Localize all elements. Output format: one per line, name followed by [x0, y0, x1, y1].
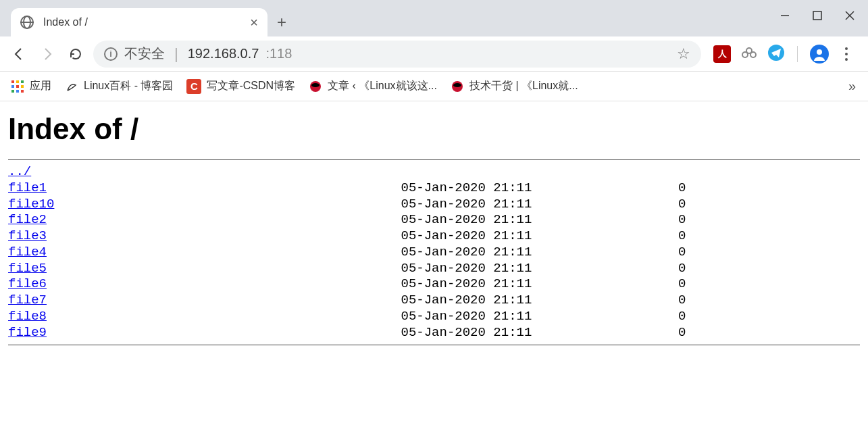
bookmark-label: 技术干货 | 《Linux就...: [469, 79, 578, 93]
profile-avatar[interactable]: [810, 45, 829, 64]
svg-point-21: [453, 83, 461, 87]
url-divider: |: [174, 45, 178, 63]
file-link[interactable]: file9: [8, 325, 47, 340]
url-host: 192.168.0.7: [188, 46, 259, 61]
tab-title: Index of /: [43, 16, 88, 28]
file-link[interactable]: file7: [8, 293, 47, 307]
nav-forward-button[interactable]: [36, 43, 58, 65]
svg-rect-15: [11, 90, 14, 93]
pdf-extension-icon[interactable]: 人: [713, 45, 731, 63]
page-content: Index of / ../ file1 05-Jan-2020 21:11 0…: [0, 101, 868, 360]
file-link[interactable]: file4: [8, 245, 47, 259]
nav-back-button[interactable]: [8, 43, 30, 65]
insecure-label: 不安全: [124, 45, 165, 63]
nav-reload-button[interactable]: [65, 43, 86, 65]
window-close-button[interactable]: [844, 9, 856, 22]
svg-rect-16: [16, 90, 19, 93]
bookmark-linux-article[interactable]: 文章 ‹ 《Linux就该这...: [309, 79, 437, 93]
file-link[interactable]: file10: [8, 197, 54, 211]
directory-listing: ../ file1 05-Jan-2020 21:11 0 file10 05-…: [8, 164, 860, 341]
svg-point-6: [746, 48, 752, 53]
csdn-favicon-icon: C: [186, 79, 201, 94]
window-maximize-button[interactable]: [811, 9, 823, 22]
divider: [8, 345, 860, 345]
svg-rect-12: [11, 85, 14, 88]
new-tab-button[interactable]: +: [267, 8, 296, 36]
globe-icon: [20, 16, 34, 29]
toolbar-separator: [797, 46, 798, 62]
cloud-extension-icon[interactable]: [740, 44, 758, 64]
file-link[interactable]: file5: [8, 261, 47, 276]
page-title: Index of /: [8, 112, 860, 146]
extension-icons: 人: [708, 44, 860, 64]
apps-button[interactable]: 应用: [11, 79, 51, 93]
address-bar[interactable]: i 不安全 | 192.168.0.7:118 ☆: [93, 41, 701, 68]
divider: [8, 159, 860, 160]
bookmark-linux-tech[interactable]: 技术干货 | 《Linux就...: [451, 79, 578, 93]
svg-point-19: [311, 83, 320, 87]
svg-rect-17: [21, 90, 24, 93]
redhat-favicon-icon: [451, 80, 464, 93]
redhat-favicon-icon: [309, 80, 322, 93]
apps-label: 应用: [30, 79, 51, 93]
bookmark-star-icon[interactable]: ☆: [677, 45, 690, 63]
apps-grid-icon: [11, 80, 24, 93]
tab-close-icon[interactable]: ×: [250, 15, 258, 30]
parent-directory-link[interactable]: ../: [8, 164, 31, 179]
browser-tab-bar: Index of / × +: [0, 0, 868, 36]
browser-tab-active[interactable]: Index of / ×: [11, 8, 267, 36]
bookmark-favicon-icon: [65, 80, 78, 93]
bookmark-linux-wiki[interactable]: Linux百科 - 博客园: [65, 79, 173, 93]
svg-rect-1: [813, 11, 821, 20]
bookmarks-bar: 应用 Linux百科 - 博客园 C 写文章-CSDN博客 文章 ‹ 《Linu…: [0, 72, 868, 101]
telegram-extension-icon[interactable]: [767, 44, 785, 64]
browser-toolbar: i 不安全 | 192.168.0.7:118 ☆ 人: [0, 36, 868, 72]
svg-point-8: [817, 49, 822, 55]
bookmarks-overflow-button[interactable]: »: [848, 78, 857, 94]
bookmark-label: 文章 ‹ 《Linux就该这...: [328, 79, 437, 93]
file-link[interactable]: file2: [8, 212, 47, 227]
browser-menu-button[interactable]: [838, 47, 854, 61]
window-minimize-button[interactable]: [779, 9, 791, 22]
svg-rect-9: [11, 80, 14, 83]
svg-rect-14: [21, 85, 24, 88]
file-link[interactable]: file1: [8, 180, 47, 195]
svg-rect-10: [16, 80, 19, 83]
file-link[interactable]: file6: [8, 276, 47, 291]
file-link[interactable]: file8: [8, 309, 47, 324]
bookmark-label: Linux百科 - 博客园: [84, 79, 173, 93]
site-info-icon[interactable]: i: [104, 47, 118, 61]
file-link[interactable]: file3: [8, 228, 47, 243]
svg-rect-13: [16, 85, 19, 88]
url-port: :118: [265, 46, 292, 61]
bookmark-label: 写文章-CSDN博客: [207, 79, 295, 93]
svg-rect-11: [21, 80, 24, 83]
window-controls: [779, 9, 856, 22]
bookmark-csdn[interactable]: C 写文章-CSDN博客: [186, 79, 295, 94]
